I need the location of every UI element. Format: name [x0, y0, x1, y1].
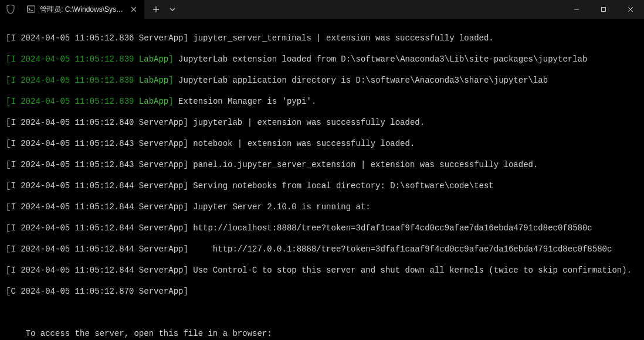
log-text: Extension Manager is 'pypi'. — [174, 97, 317, 106]
log-brk: ] — [168, 97, 173, 106]
log-prefix: [I 2024-04-05 11:05:12.844 ServerApp] — [6, 244, 188, 254]
tabbar — [144, 0, 563, 19]
log-prefix: [I 2024-04-05 11:05:12.840 ServerApp] — [6, 118, 188, 127]
log-text: Jupyter Server 2.10.0 is running at: — [188, 202, 371, 212]
tab-title: 管理员: C:\Windows\System32 — [40, 5, 124, 15]
log-text: [C 2024-04-05 11:05:12.870 ServerApp] — [6, 287, 188, 296]
log-prefix: [I 2024-04-05 11:05:12.844 ServerApp] — [6, 223, 188, 233]
tab-close-button[interactable] — [129, 5, 138, 14]
shield-icon — [0, 0, 21, 19]
window-controls — [563, 0, 644, 19]
tab-dropdown-button[interactable] — [164, 1, 181, 18]
svg-rect-3 — [602, 8, 606, 12]
terminal-output[interactable]: [I 2024-04-05 11:05:12.836 ServerApp] ju… — [0, 19, 644, 340]
log-prefix: [I 2024-04-05 11:05:12.844 ServerApp] — [6, 266, 188, 275]
log-text: To access the server, open this file in … — [6, 329, 272, 338]
log-brk: ] — [168, 55, 173, 64]
log-prefix: [I 2024-04-05 11:05:12.844 ServerApp] — [6, 181, 188, 191]
log-text: JupyterLab extension loaded from D:\soft… — [174, 55, 588, 64]
log-prefix: [I 2024-04-05 11:05:12.844 ServerApp] — [6, 202, 188, 212]
maximize-button[interactable] — [590, 0, 617, 19]
log-app: LabApp — [139, 97, 168, 106]
log-prefix: [I 2024-04-05 11:05:12.843 ServerApp] — [6, 160, 188, 169]
log-prefix: [I 2024-04-05 11:05:12.836 ServerApp] — [6, 33, 188, 43]
close-button[interactable] — [617, 0, 644, 19]
log-text: notebook | extension was successfully lo… — [188, 139, 415, 148]
log-brk: ] — [168, 76, 173, 85]
terminal-icon — [27, 5, 35, 13]
log-text: panel.io.jupyter_server_extension | exte… — [188, 160, 538, 169]
log-text: jupyter_server_terminals | extension was… — [188, 33, 494, 43]
log-text: Serving notebooks from local directory: … — [188, 181, 494, 191]
log-prefix: [I 2024-04-05 11:05:12.839 — [6, 76, 139, 85]
new-tab-button[interactable] — [148, 1, 164, 18]
log-prefix: [I 2024-04-05 11:05:12.843 ServerApp] — [6, 139, 188, 148]
svg-rect-0 — [28, 6, 35, 12]
log-app: LabApp — [139, 76, 168, 85]
log-text: http://127.0.0.1:8888/tree?token=3dfaf1c… — [188, 244, 612, 254]
log-text: jupyterlab | extension was successfully … — [188, 118, 425, 127]
log-prefix: [I 2024-04-05 11:05:12.839 — [6, 55, 139, 64]
log-text: Use Control-C to stop this server and sh… — [188, 266, 632, 275]
log-text: http://localhost:8888/tree?token=3dfaf1c… — [188, 223, 592, 233]
titlebar: 管理员: C:\Windows\System32 — [0, 0, 644, 19]
log-app: LabApp — [139, 55, 168, 64]
tab-active[interactable]: 管理员: C:\Windows\System32 — [21, 0, 144, 19]
minimize-button[interactable] — [563, 0, 590, 19]
log-prefix: [I 2024-04-05 11:05:12.839 — [6, 97, 139, 106]
log-text: JupyterLab application directory is D:\s… — [174, 76, 548, 85]
